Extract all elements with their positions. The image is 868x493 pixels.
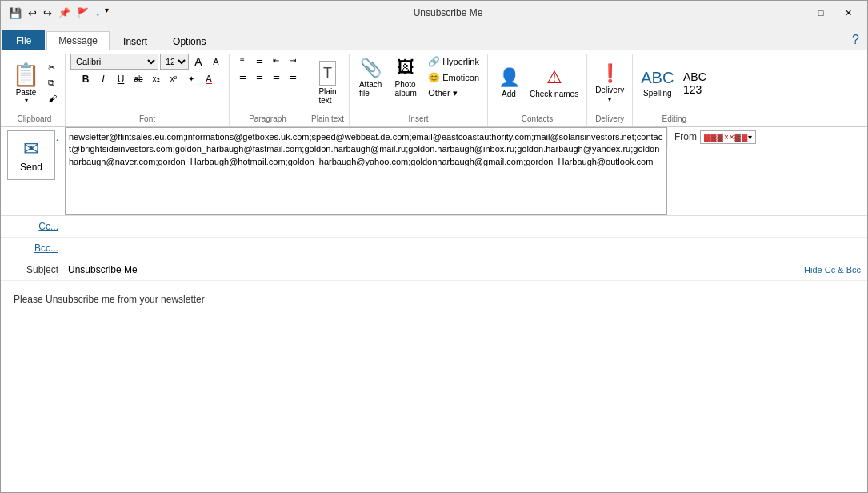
tab-options[interactable]: Options bbox=[161, 32, 218, 50]
check-names-icon: ⚠ bbox=[546, 67, 562, 88]
hide-cc-bcc-button[interactable]: Hide Cc & Bcc bbox=[798, 262, 867, 278]
body-area[interactable]: Please Unsubscribe me from your newslett… bbox=[1, 281, 867, 492]
redo-icon[interactable]: ↪ bbox=[42, 6, 54, 21]
add-contact-icon: 👤 bbox=[498, 67, 520, 88]
other-label: Other ▾ bbox=[428, 88, 458, 98]
font-content: Calibri 12 A A B I U ab x₂ x² ✦ A bbox=[70, 54, 224, 113]
font-color-button[interactable]: A bbox=[201, 71, 217, 87]
body-text: Please Unsubscribe me from your newslett… bbox=[14, 294, 854, 305]
tab-message[interactable]: Message bbox=[46, 31, 110, 50]
cut-button[interactable]: ✂ bbox=[45, 61, 60, 75]
delivery-group-label: Delivery bbox=[595, 113, 624, 125]
tab-file[interactable]: File bbox=[2, 30, 45, 50]
qat-dropdown-icon[interactable]: ▾ bbox=[105, 6, 109, 21]
increase-indent-button[interactable]: ⇥ bbox=[285, 54, 301, 68]
decrease-indent-button[interactable]: ⇤ bbox=[268, 54, 284, 68]
tab-insert[interactable]: Insert bbox=[111, 32, 159, 50]
grow-font-button[interactable]: A bbox=[190, 54, 206, 70]
para-row1: ≡ ☰ ⇤ ⇥ bbox=[234, 54, 301, 68]
undo-icon[interactable]: ↩ bbox=[26, 6, 38, 21]
priority-icon[interactable]: ↓ bbox=[94, 6, 102, 21]
align-left-button[interactable]: ☰ bbox=[234, 70, 250, 84]
contacts-label: Contacts bbox=[522, 113, 553, 125]
delivery-label: Delivery bbox=[595, 86, 624, 94]
delivery-group: ❗ Delivery ▾ Delivery bbox=[587, 54, 633, 126]
cut-icon: ✂ bbox=[48, 62, 55, 73]
spelling-button[interactable]: ABC Spelling bbox=[638, 59, 677, 107]
bcc-button[interactable]: Bcc... bbox=[1, 238, 65, 259]
paste-button[interactable]: 📋 Paste ▾ bbox=[9, 60, 43, 106]
add-label: Add bbox=[502, 90, 516, 98]
italic-button[interactable]: I bbox=[95, 71, 111, 87]
pin-icon[interactable]: 📌 bbox=[57, 6, 72, 21]
cc-input[interactable] bbox=[65, 217, 867, 236]
check-names-label: Check names bbox=[530, 90, 578, 98]
format-painter-button[interactable]: 🖌 bbox=[45, 91, 60, 106]
send-icon: ✉ bbox=[23, 138, 39, 160]
subject-label: Subject bbox=[1, 259, 65, 280]
title-bar: 💾 ↩ ↪ 📌 🚩 ↓ ▾ Unsubscribe Me — □ ✕ bbox=[1, 1, 867, 26]
close-button[interactable]: ✕ bbox=[835, 2, 861, 23]
plain-text-icon: T bbox=[319, 61, 336, 86]
copy-icon: ⧉ bbox=[48, 78, 54, 88]
contacts-group: 👤 Add ⚠ Check names Contacts bbox=[488, 54, 587, 126]
delivery-button[interactable]: ❗ Delivery ▾ bbox=[592, 59, 627, 107]
bcc-input[interactable] bbox=[65, 238, 867, 258]
cc-button[interactable]: Cc... bbox=[1, 216, 65, 237]
photo-album-button[interactable]: 🖼 Photoalbum bbox=[390, 54, 422, 102]
justify-button[interactable]: ☰ bbox=[285, 70, 301, 84]
attach-file-button[interactable]: 📎 Attachfile bbox=[354, 54, 386, 102]
insert-content: 📎 Attachfile 🖼 Photoalbum 🔗 Hyperlink bbox=[354, 54, 482, 113]
editing-content: ABC Spelling ABC123 bbox=[638, 54, 710, 113]
hyperlink-button[interactable]: 🔗 Hyperlink bbox=[425, 54, 482, 69]
shrink-font-button[interactable]: A bbox=[208, 54, 224, 70]
other-button[interactable]: Other ▾ bbox=[425, 86, 482, 101]
help-icon[interactable]: ? bbox=[846, 30, 866, 50]
plain-text-button[interactable]: T Plaintext bbox=[312, 59, 344, 107]
title-bar-controls: — □ ✕ bbox=[781, 2, 861, 23]
send-button[interactable]: ✉Send bbox=[7, 130, 55, 180]
emoticon-label: Emoticon bbox=[442, 73, 479, 82]
title-bar-icons: 💾 ↩ ↪ 📌 🚩 ↓ ▾ bbox=[7, 6, 109, 21]
bold-button[interactable]: B bbox=[78, 71, 94, 87]
copy-button[interactable]: ⧉ bbox=[45, 76, 60, 90]
cc-row: Cc... bbox=[1, 216, 867, 238]
from-pattern: ▓ ▓ ▓ × × ▓ ▓ ▾ bbox=[700, 130, 756, 144]
align-center-button[interactable]: ☰ bbox=[251, 70, 267, 84]
abc123-icon: ABC123 bbox=[683, 70, 706, 96]
underline-button[interactable]: U bbox=[113, 71, 129, 87]
clipboard-content: 📋 Paste ▾ ✂ ⧉ 🖌 bbox=[9, 54, 60, 113]
minimize-button[interactable]: — bbox=[781, 2, 806, 23]
subscript-button[interactable]: x₂ bbox=[148, 71, 164, 87]
send-label: Send bbox=[20, 162, 42, 173]
delivery-content: ❗ Delivery ▾ bbox=[592, 54, 627, 113]
maximize-button[interactable]: □ bbox=[808, 2, 834, 23]
insert-group: 📎 Attachfile 🖼 Photoalbum 🔗 Hyperlink bbox=[350, 54, 488, 126]
bullets-button[interactable]: ≡ bbox=[234, 54, 250, 68]
font-group: Calibri 12 A A B I U ab x₂ x² ✦ A bbox=[66, 54, 230, 126]
clear-format-button[interactable]: ✦ bbox=[183, 71, 199, 87]
font-row1: Calibri 12 A A bbox=[70, 54, 224, 70]
font-name-select[interactable]: Calibri bbox=[70, 54, 158, 70]
emoticon-button[interactable]: 😊 Emoticon bbox=[425, 70, 482, 85]
photo-label: Photoalbum bbox=[395, 80, 417, 98]
to-input[interactable] bbox=[65, 127, 667, 215]
subject-input[interactable] bbox=[65, 260, 798, 279]
strikethrough-button[interactable]: ab bbox=[130, 71, 146, 87]
plain-text-group: T Plaintext Plain text bbox=[306, 54, 350, 126]
from-select[interactable]: ▓ ▓ ▓ × × ▓ ▓ ▾ bbox=[700, 130, 756, 144]
insert-group-label: Insert bbox=[409, 113, 429, 125]
flag-icon[interactable]: 🚩 bbox=[75, 6, 90, 21]
superscript-button[interactable]: x² bbox=[166, 71, 182, 87]
ribbon-tabs: File Message Insert Options ? bbox=[1, 26, 867, 50]
attach-label: Attachfile bbox=[359, 80, 382, 98]
check-names-button[interactable]: ⚠ Check names bbox=[526, 59, 582, 107]
add-contact-button[interactable]: 👤 Add bbox=[493, 59, 525, 107]
font-size-select[interactable]: 12 bbox=[160, 54, 189, 70]
format-painter-icon: 🖌 bbox=[48, 94, 57, 103]
align-right-button[interactable]: ☰ bbox=[268, 70, 284, 84]
paragraph-group: ≡ ☰ ⇤ ⇥ ☰ ☰ ☰ ☰ Paragraph bbox=[230, 54, 306, 126]
abc123-button[interactable]: ABC123 bbox=[678, 59, 710, 107]
save-icon[interactable]: 💾 bbox=[7, 6, 23, 21]
numbering-button[interactable]: ☰ bbox=[251, 54, 267, 68]
